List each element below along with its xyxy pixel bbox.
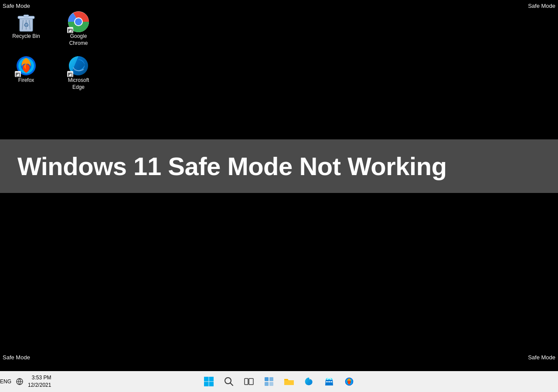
svg-rect-34 xyxy=(330,381,332,382)
svg-rect-31 xyxy=(269,382,273,386)
firefox-label: Firefox xyxy=(18,77,34,84)
svg-rect-27 xyxy=(249,378,253,385)
store-button[interactable] xyxy=(320,372,338,391)
edge-label: Microsoft Edge xyxy=(63,77,94,91)
search-button[interactable] xyxy=(220,372,238,391)
edge-taskbar-icon xyxy=(304,377,314,386)
svg-rect-28 xyxy=(265,377,269,381)
svg-rect-26 xyxy=(245,378,248,385)
search-icon xyxy=(224,377,234,386)
task-view-icon xyxy=(244,377,254,386)
firefox-taskbar-button[interactable] xyxy=(340,372,358,391)
safe-mode-bottom-right: Safe Mode xyxy=(528,354,555,361)
svg-line-25 xyxy=(230,383,233,385)
edge-icon-image xyxy=(67,54,90,77)
edge-taskbar-button[interactable] xyxy=(300,372,318,391)
banner: Windows 11 Safe Mode Not Working xyxy=(0,139,558,193)
desktop-icons-area: ♻ Recycle Bin xyxy=(9,9,96,92)
svg-rect-29 xyxy=(269,377,273,381)
system-tray: ENG 3:53 PM 12/2/2021 xyxy=(0,374,51,389)
svg-point-9 xyxy=(75,18,82,25)
recycle-bin-icon[interactable]: ♻ Recycle Bin xyxy=(9,9,44,48)
firefox-icon-image xyxy=(15,54,37,77)
taskbar-center xyxy=(200,372,358,391)
svg-rect-21 xyxy=(209,377,214,382)
widgets-icon xyxy=(264,377,274,386)
store-icon xyxy=(324,377,334,386)
icon-row-1: ♻ Recycle Bin xyxy=(9,9,96,48)
svg-rect-32 xyxy=(326,381,328,382)
svg-rect-23 xyxy=(209,382,214,387)
firefox-desktop-icon[interactable]: Firefox xyxy=(9,53,44,92)
date-display: 12/2/2021 xyxy=(28,382,51,389)
windows-icon xyxy=(204,376,214,387)
banner-text: Windows 11 Safe Mode Not Working xyxy=(17,152,447,180)
language-indicator[interactable]: ENG xyxy=(0,378,11,385)
file-explorer-icon xyxy=(284,377,294,386)
chrome-icon-image xyxy=(67,10,90,33)
icon-row-2: Firefox xyxy=(9,53,96,92)
svg-rect-30 xyxy=(265,382,269,386)
file-explorer-button[interactable] xyxy=(280,372,298,391)
recycle-bin-label: Recycle Bin xyxy=(12,33,40,40)
chrome-label: Google Chrome xyxy=(63,33,94,47)
taskbar: ENG 3:53 PM 12/2/2021 xyxy=(0,371,558,392)
time-display: 3:53 PM xyxy=(32,374,51,382)
svg-rect-20 xyxy=(204,377,209,382)
svg-rect-2 xyxy=(24,15,29,17)
safe-mode-bottom-left: Safe Mode xyxy=(3,354,30,361)
safe-mode-top-right: Safe Mode xyxy=(528,3,555,9)
clock[interactable]: 3:53 PM 12/2/2021 xyxy=(28,374,51,389)
widgets-button[interactable] xyxy=(260,372,278,391)
edge-desktop-icon[interactable]: Microsoft Edge xyxy=(61,53,96,92)
google-chrome-desktop-icon[interactable]: Google Chrome xyxy=(61,9,96,48)
safe-mode-top-left: Safe Mode xyxy=(3,3,30,9)
recycle-bin-icon-image: ♻ xyxy=(15,10,37,33)
firefox-taskbar-icon xyxy=(344,377,354,386)
network-icon xyxy=(16,378,24,385)
svg-rect-22 xyxy=(204,382,209,387)
svg-rect-33 xyxy=(328,381,330,382)
start-button[interactable] xyxy=(200,372,218,391)
task-view-button[interactable] xyxy=(240,372,258,391)
